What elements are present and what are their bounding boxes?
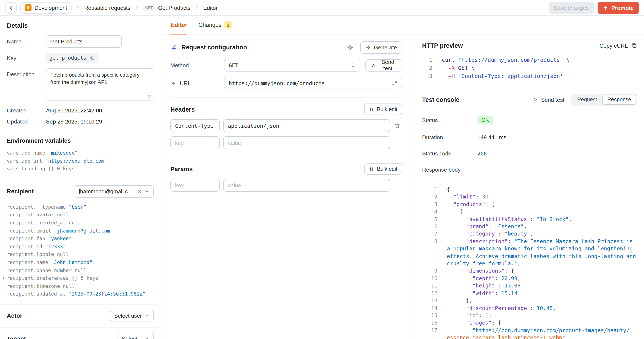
url-input[interactable]: https://dummyjson.com/products: [224, 77, 402, 90]
method-row: Method GET Send test: [170, 59, 402, 72]
description-textarea[interactable]: Fetch products from a specific category …: [46, 68, 153, 100]
code-line: 12 "width": 15.14: [422, 290, 637, 297]
play-icon: [532, 97, 538, 102]
variable-row: ›vars.branding {} 0 keys: [7, 165, 154, 173]
variable-key: recipient.preferences: [7, 275, 72, 281]
save-changes-button[interactable]: Save changes: [548, 2, 594, 14]
variable-row: recipient.phone_number null: [7, 266, 154, 274]
headers-bulk-edit-button[interactable]: Bulk edit: [364, 104, 402, 115]
request-config-title: Request configuration: [182, 44, 347, 51]
send-test-label: Send test: [379, 59, 397, 72]
variable-value: "John Hammond": [51, 259, 92, 265]
param-key-input[interactable]: [170, 179, 220, 192]
name-input[interactable]: [46, 35, 122, 48]
response-segment[interactable]: Response: [602, 94, 636, 105]
header-value-input[interactable]: [223, 136, 390, 149]
generate-button[interactable]: Generate: [360, 41, 402, 54]
breadcrumb-reusable-requests[interactable]: Reusable requests: [84, 4, 130, 11]
expand-icon[interactable]: [392, 80, 398, 86]
request-icon: [170, 44, 177, 51]
console-send-test-label: Send test: [541, 96, 564, 103]
recipient-select[interactable]: jhammond@gmail.com: [74, 185, 154, 198]
variable-value: {} 0 keys: [48, 166, 75, 172]
recipient-section: Recipient jhammond@gmail.com recipient._…: [0, 179, 160, 304]
code-line: 2 "limit": 30,: [422, 193, 637, 200]
method-select[interactable]: GET: [224, 59, 360, 72]
variable-key: recipient.created_at: [7, 220, 69, 226]
chevron-right-icon: [194, 5, 199, 10]
header-value-input[interactable]: [223, 119, 390, 132]
variable-row: recipient.updated_at "2025-09-23T14:56:3…: [7, 290, 154, 298]
code-line: 15 "id": 1,: [422, 312, 637, 319]
request-segment[interactable]: Request: [572, 94, 602, 105]
code-line: 10 "depth": 22.99,: [422, 275, 637, 282]
key-value: get-products: [50, 55, 86, 61]
tab-changes[interactable]: Changes 1: [198, 16, 232, 34]
breadcrumb-request[interactable]: GET Get Products: [143, 4, 190, 11]
environment-variables-title: Environment variables: [7, 137, 154, 144]
line-number: 16: [422, 319, 438, 327]
curl-code-block: 1curl "https://dummyjson.com/products" \…: [422, 56, 637, 80]
line-number: 3: [422, 72, 432, 80]
tenant-select[interactable]: Select...: [118, 332, 154, 339]
promote-label: Promote: [612, 4, 634, 11]
code-line: 16 "images": [: [422, 319, 637, 327]
variable-value: null: [75, 267, 86, 273]
copy-curl-label: Copy cURL: [600, 42, 628, 49]
app-window: Development Reusable requests GET Get Pr…: [0, 0, 644, 339]
play-icon: [370, 62, 376, 68]
changes-count-badge: 1: [224, 21, 232, 28]
param-row-empty: [170, 179, 402, 192]
response-body-code-block: 1{2 "limit": 30,3 "products": [4 {5 "ava…: [422, 186, 637, 339]
clear-icon[interactable]: [137, 189, 142, 194]
code-line: 6 "brand": "Essence",: [422, 223, 637, 230]
actor-section: Actor Select user: [0, 304, 160, 327]
details-sidebar: Details Name Key get-products Descriptio…: [0, 16, 161, 339]
expand-chevron-icon[interactable]: ›: [2, 165, 5, 173]
response-body-label: Response body: [422, 166, 478, 173]
recipient-title: Recipient: [7, 188, 34, 195]
params-bulk-edit-button[interactable]: Bulk edit: [364, 163, 402, 174]
variable-value: null: [69, 220, 80, 226]
status-code-label: Status code: [422, 150, 478, 157]
test-console-title: Test console: [422, 96, 532, 103]
method-badge: GET: [143, 4, 155, 11]
bulk-edit-label: Bulk edit: [377, 166, 398, 172]
send-test-button[interactable]: Send test: [366, 59, 402, 71]
back-button[interactable]: [5, 2, 16, 14]
variable-value: "2025-09-23T14:56:31.981Z": [69, 291, 146, 297]
console-send-test-button[interactable]: Send test: [532, 96, 564, 103]
params-header: Params Bulk edit: [170, 163, 402, 174]
actor-title: Actor: [7, 312, 22, 319]
header-key-input[interactable]: [170, 119, 220, 132]
resize-grip[interactable]: [148, 95, 152, 99]
tab-editor-label: Editor: [171, 22, 188, 28]
environment-selector[interactable]: Development: [20, 2, 71, 14]
line-number: 1: [422, 56, 432, 64]
environment-label: Development: [34, 4, 67, 11]
variable-key: recipient.updated_at: [7, 291, 69, 297]
variable-row: vars.app_name "mikesdev": [7, 149, 154, 157]
param-value-input[interactable]: [223, 179, 390, 192]
test-console-header: Test console Send test Request Response: [422, 93, 637, 106]
variable-row: recipient.name "John Hammond": [7, 258, 154, 266]
status-badge: OK: [478, 116, 493, 124]
actor-select[interactable]: Select user: [110, 310, 154, 322]
variable-value: "yankee": [48, 236, 72, 242]
tab-editor[interactable]: Editor: [171, 16, 188, 34]
copy-curl-button[interactable]: Copy cURL: [600, 42, 637, 49]
variable-key: recipient.email: [7, 228, 54, 234]
gear-icon[interactable]: [347, 44, 354, 50]
delete-header-button[interactable]: [393, 120, 402, 131]
request-editor-panel: Request configuration Generate Method GE…: [161, 34, 414, 339]
chevron-left-icon: [8, 5, 14, 10]
variable-key: recipient.phone_number: [7, 267, 75, 273]
expand-chevron-icon[interactable]: ›: [2, 274, 5, 282]
header-key-input[interactable]: [170, 136, 220, 149]
copy-icon[interactable]: [90, 55, 95, 60]
bulk-edit-icon: [369, 107, 374, 112]
promote-button[interactable]: Promote: [598, 2, 639, 14]
variable-row: recipient.id "12333": [7, 243, 154, 251]
bulk-edit-label: Bulk edit: [377, 106, 398, 112]
main-area: Editor Changes 1 Request configuration: [161, 16, 644, 339]
